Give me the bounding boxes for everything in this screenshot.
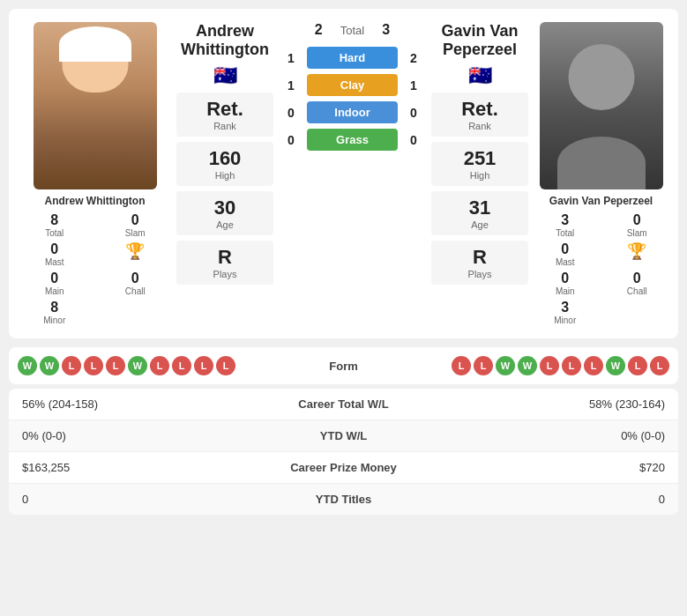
form-badge: L	[540, 356, 559, 375]
form-badge: L	[194, 356, 213, 375]
form-badge: L	[584, 356, 603, 375]
player1-rank-stat: Ret. Rank	[176, 93, 273, 137]
player1-age-stat: 30 Age	[176, 191, 273, 235]
player1-middle-stats: AndrewWhittington 🇦🇺 Ret. Rank 160 High …	[172, 22, 278, 285]
form-badge: L	[628, 356, 647, 375]
player1-main-label: Main	[45, 286, 64, 296]
player1-name-bottom: Andrew Whittington	[45, 195, 146, 207]
career-p2-value: 0% (0-0)	[432, 429, 666, 442]
player2-chall-label: Chall	[627, 286, 647, 296]
form-badge: L	[650, 356, 669, 375]
player2-chall-stat: 0 Chall	[605, 271, 670, 296]
player2-age-label: Age	[440, 219, 519, 230]
player2-chall-value: 0	[633, 271, 641, 286]
stats-row: 56% (204-158) Career Total W/L 58% (230-…	[9, 389, 678, 420]
player1-plays-value: R	[185, 246, 265, 269]
player1-plays-stat: R Plays	[176, 241, 273, 285]
form-badge: L	[216, 356, 235, 375]
stats-row: 0% (0-0) YTD W/L 0% (0-0)	[9, 420, 678, 452]
player1-flag: 🇦🇺	[213, 64, 237, 87]
player2-name-center: Gavin VanPeperzeel	[441, 22, 518, 59]
player2-slam-value: 0	[633, 212, 641, 228]
form-badge: L	[172, 356, 191, 375]
form-badge: W	[18, 356, 37, 375]
form-badge: L	[106, 356, 125, 375]
player1-chall-label: Chall	[125, 286, 146, 296]
career-p2-value: $720	[432, 461, 666, 474]
player2-high-value: 251	[440, 147, 519, 170]
player2-middle-stats: Gavin VanPeperzeel 🇦🇺 Ret. Rank 251 High…	[427, 22, 533, 285]
player1-trophy-icon: 🏆	[125, 241, 145, 261]
player1-mast-stat: 0 Mast	[18, 241, 92, 267]
player2-main-value: 0	[561, 271, 569, 286]
form-badge: L	[452, 356, 471, 375]
career-p1-value: 0	[22, 493, 256, 506]
player1-age-label: Age	[185, 219, 265, 230]
player1-age-value: 30	[185, 197, 265, 219]
player1-minor-label: Minor	[43, 315, 65, 325]
career-p1-value: 56% (204-158)	[22, 397, 256, 411]
form-badge: L	[562, 356, 581, 375]
career-label: Career Total W/L	[256, 397, 432, 411]
form-badge: L	[84, 356, 103, 375]
player1-mast-label: Mast	[45, 257, 64, 267]
player1-chall-stat: 0 Chall	[99, 271, 173, 296]
form-badge: W	[518, 356, 537, 375]
player1-high-stat: 160 High	[176, 142, 273, 186]
comparison-section: 2 Total 3 1 Hard 2 1 Clay 1 0 Indoor 0 0…	[278, 22, 427, 151]
p1-total: 2	[315, 22, 323, 38]
player2-plays-label: Plays	[440, 269, 519, 279]
form-badge: L	[150, 356, 169, 375]
player1-trophy: 🏆	[99, 241, 173, 267]
player1-form-badges: WWLLLWLLLL	[18, 356, 235, 375]
form-badge: W	[128, 356, 147, 375]
player2-high-label: High	[440, 170, 519, 181]
player2-trophy-icon: 🏆	[627, 241, 646, 261]
career-p1-value: 0% (0-0)	[22, 429, 256, 442]
player2-name-bottom: Gavin Van Peperzeel	[549, 195, 653, 207]
player2-minor-stat: 3 Minor	[533, 300, 598, 325]
surface-row-grass: 0 Grass 0	[282, 129, 422, 151]
player2-trophy: 🏆	[605, 241, 670, 267]
player1-slam-value: 0	[131, 212, 139, 228]
surface-p2-count: 1	[405, 78, 422, 93]
form-badge: W	[496, 356, 515, 375]
player2-age-stat: 31 Age	[431, 191, 528, 235]
player1-main-stat: 0 Main	[18, 271, 92, 296]
player1-slam-stat: 0 Slam	[99, 212, 173, 238]
player1-main-value: 0	[50, 271, 58, 286]
surface-p1-count: 0	[282, 106, 300, 120]
player2-main-label: Main	[556, 286, 575, 296]
total-label: Total	[340, 24, 364, 37]
form-badge: L	[474, 356, 493, 375]
player1-name-center: AndrewWhittington	[181, 22, 269, 59]
surface-row-hard: 1 Hard 2	[282, 47, 422, 69]
player2-slam-label: Slam	[627, 228, 647, 238]
player2-mast-label: Mast	[556, 257, 575, 267]
player1-high-value: 160	[185, 147, 265, 170]
career-p1-value: $163,255	[22, 461, 256, 474]
surface-p1-count: 0	[282, 133, 300, 147]
career-label: Career Prize Money	[256, 461, 432, 474]
surface-p2-count: 0	[405, 133, 422, 147]
player2-plays-stat: R Plays	[431, 241, 528, 285]
career-p2-value: 58% (230-164)	[432, 397, 666, 411]
player1-photo	[34, 22, 157, 189]
player2-slam-stat: 0 Slam	[605, 212, 670, 238]
career-p2-value: 0	[432, 493, 666, 506]
career-label: YTD Titles	[256, 493, 432, 506]
player1-high-label: High	[185, 170, 265, 181]
player2-rank-label: Rank	[440, 121, 519, 131]
player2-total-stat: 3 Total	[533, 212, 598, 238]
player2-total-value: 3	[561, 212, 569, 228]
career-label: YTD W/L	[256, 429, 432, 442]
player1-rank-label: Rank	[185, 121, 265, 131]
player1-minor-value: 8	[50, 300, 58, 315]
player2-flag: 🇦🇺	[468, 64, 492, 87]
player1-stats-grid: 8 Total 0 Slam 0 Mast 🏆 0 Main 0 Chall	[18, 212, 172, 325]
surface-badge-indoor: Indoor	[307, 101, 398, 123]
form-badge: W	[606, 356, 625, 375]
player1-minor-stat: 8 Minor	[18, 300, 92, 325]
surface-row-clay: 1 Clay 1	[282, 74, 422, 96]
stats-row: $163,255 Career Prize Money $720	[9, 452, 678, 484]
